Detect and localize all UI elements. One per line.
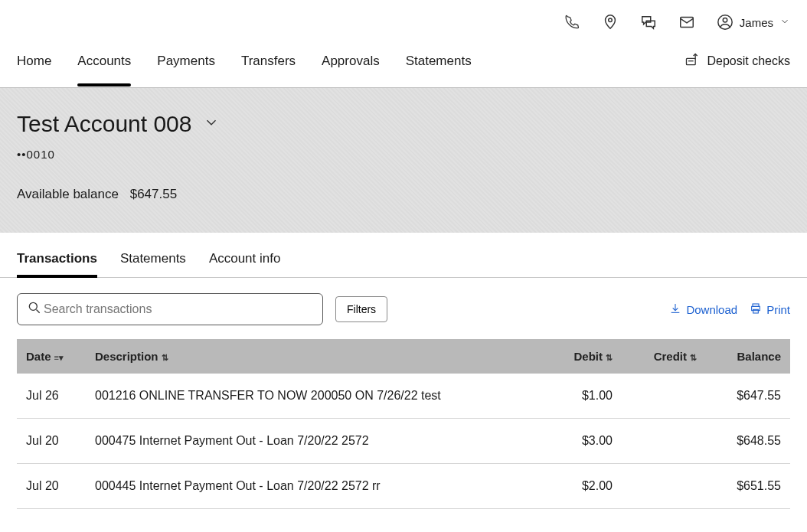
- location-icon[interactable]: [602, 14, 619, 31]
- transactions-toolbar: Filters Download Print: [0, 278, 807, 325]
- user-menu[interactable]: James: [717, 14, 790, 31]
- sort-icon: ≡▾: [54, 353, 64, 362]
- cell-debit: $1.00: [537, 374, 622, 419]
- cell-description: 000445 Internet Payment Out - Loan 7/20/…: [86, 464, 537, 509]
- col-balance[interactable]: Balance: [706, 339, 790, 374]
- phone-icon[interactable]: [564, 14, 580, 31]
- cell-credit: [622, 419, 706, 464]
- cell-date: Jul 26: [17, 374, 86, 419]
- tab-transactions[interactable]: Transactions: [17, 251, 97, 277]
- search-input[interactable]: [42, 302, 313, 317]
- balance-label: Available balance: [17, 187, 119, 201]
- sort-icon: ⇅: [606, 353, 613, 362]
- tab-account-info[interactable]: Account info: [209, 251, 281, 277]
- filters-button[interactable]: Filters: [335, 296, 387, 322]
- mail-icon[interactable]: [678, 14, 695, 31]
- table-row[interactable]: Jul 26001216 ONLINE TRANSFER TO NOW 2000…: [17, 374, 790, 419]
- balance-value: $647.55: [130, 187, 177, 201]
- print-label: Print: [766, 303, 790, 316]
- tab-statements[interactable]: Statements: [120, 251, 186, 277]
- cell-description: 000475 Internet Payment Out - Loan 7/20/…: [86, 419, 537, 464]
- cell-balance: $648.55: [706, 419, 790, 464]
- account-title: Test Account 008: [17, 111, 192, 137]
- nav-approvals[interactable]: Approvals: [322, 54, 380, 86]
- search-icon: [27, 300, 42, 318]
- print-icon: [750, 302, 762, 317]
- account-header: Test Account 008 ••0010 Available balanc…: [0, 88, 807, 233]
- nav-home[interactable]: Home: [17, 54, 51, 86]
- deposit-label: Deposit checks: [707, 54, 791, 68]
- cell-balance: $651.55: [706, 464, 790, 509]
- avatar-icon: [717, 14, 733, 31]
- account-tabs: Transactions Statements Account info: [0, 233, 807, 278]
- download-link[interactable]: Download: [669, 302, 737, 317]
- download-label: Download: [686, 303, 737, 316]
- account-switcher-chevron-icon[interactable]: [203, 114, 220, 134]
- cell-credit: [622, 374, 706, 419]
- main-nav: Home Accounts Payments Transfers Approva…: [0, 31, 807, 88]
- print-link[interactable]: Print: [750, 302, 790, 317]
- cell-description: 001216 ONLINE TRANSFER TO NOW 200050 ON …: [86, 374, 537, 419]
- transactions-table: Date≡▾ Description⇅ Debit⇅ Credit⇅ Balan…: [17, 339, 790, 509]
- deposit-checks-link[interactable]: Deposit checks: [684, 52, 791, 87]
- utility-bar: James: [0, 0, 807, 31]
- svg-rect-8: [753, 309, 759, 313]
- col-description[interactable]: Description⇅: [86, 339, 537, 374]
- chat-icon[interactable]: [640, 14, 657, 31]
- cell-date: Jul 20: [17, 464, 86, 509]
- account-mask: ••0010: [17, 148, 790, 161]
- nav-statements[interactable]: Statements: [406, 54, 472, 86]
- svg-point-3: [723, 18, 727, 23]
- nav-payments[interactable]: Payments: [157, 54, 215, 86]
- nav-accounts[interactable]: Accounts: [77, 54, 131, 86]
- svg-point-5: [29, 302, 37, 310]
- cell-balance: $647.55: [706, 374, 790, 419]
- nav-transfers[interactable]: Transfers: [241, 54, 296, 86]
- sort-icon: ⇅: [690, 353, 697, 362]
- cell-credit: [622, 464, 706, 509]
- cell-debit: $2.00: [537, 464, 622, 509]
- download-icon: [669, 302, 681, 317]
- table-row[interactable]: Jul 20000445 Internet Payment Out - Loan…: [17, 464, 790, 509]
- chevron-down-icon: [779, 16, 790, 29]
- table-row[interactable]: Jul 20000475 Internet Payment Out - Loan…: [17, 419, 790, 464]
- svg-point-0: [609, 18, 613, 22]
- col-debit[interactable]: Debit⇅: [537, 339, 622, 374]
- user-name: James: [740, 16, 773, 29]
- svg-rect-4: [686, 58, 695, 64]
- col-date[interactable]: Date≡▾: [17, 339, 86, 374]
- cell-date: Jul 20: [17, 419, 86, 464]
- sort-icon: ⇅: [162, 353, 168, 362]
- svg-rect-1: [681, 18, 694, 28]
- deposit-icon: [684, 52, 700, 70]
- cell-debit: $3.00: [537, 419, 622, 464]
- col-credit[interactable]: Credit⇅: [622, 339, 706, 374]
- search-input-wrap[interactable]: [17, 293, 323, 325]
